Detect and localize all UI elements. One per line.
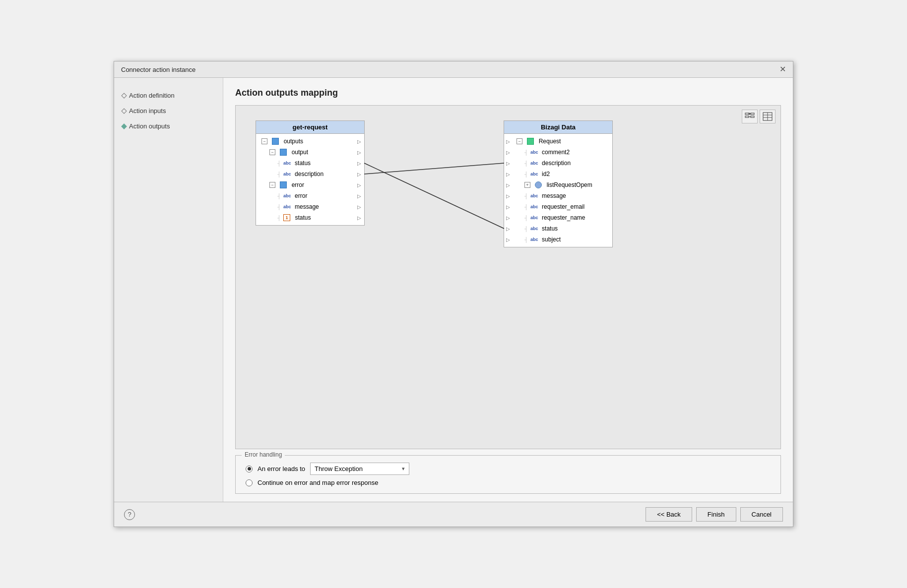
sidebar-item-label: Action definition — [129, 92, 175, 99]
table-icon — [272, 138, 279, 145]
table-row: ┤ 1 status ▷ — [256, 212, 364, 223]
row-label: status — [295, 214, 311, 221]
mapping-canvas: get-request − outputs ▷ — [236, 106, 780, 449]
expand-icon[interactable]: − — [269, 182, 275, 188]
table-row: ▷ ┤ abc subject — [504, 234, 612, 245]
sidebar: Action definition Action inputs Action o… — [114, 78, 223, 502]
toolbar-icons — [742, 110, 776, 123]
row-label: comment2 — [542, 149, 570, 156]
row-label: status — [295, 160, 311, 167]
back-button[interactable]: << Back — [646, 507, 692, 522]
table-row: − output ▷ — [256, 147, 364, 158]
abc-icon: abc — [283, 204, 293, 209]
arrow-icon: ▷ — [357, 215, 361, 221]
left-arrow-icon: ▷ — [506, 172, 510, 177]
arrow-icon: ▷ — [357, 150, 361, 155]
error-handling-legend: Error handling — [242, 451, 285, 458]
dialog-title: Connector action instance — [121, 66, 195, 73]
radio-option1[interactable] — [246, 466, 253, 472]
table-row: ▷ ┤ abc description — [504, 158, 612, 169]
abc-icon: abc — [283, 172, 293, 176]
left-arrow-icon: ▷ — [506, 182, 510, 188]
dropdown-arrow-icon: ▾ — [402, 466, 405, 472]
table-row: − outputs ▷ — [256, 136, 364, 147]
abc-icon: abc — [530, 193, 540, 198]
table-row: ▷ ┤ abc status — [504, 223, 612, 234]
arrow-icon: ▷ — [357, 182, 361, 188]
table-row: ▷ − Request — [504, 136, 612, 147]
abc-icon: abc — [530, 172, 540, 176]
abc-icon: abc — [530, 226, 540, 231]
left-arrow-icon: ▷ — [506, 150, 510, 155]
right-table-rows: ▷ − Request ▷ ┤ — [504, 134, 612, 247]
abc-icon: abc — [530, 237, 540, 242]
expand-icon[interactable]: − — [517, 138, 522, 144]
left-arrow-icon: ▷ — [506, 161, 510, 166]
toolbar-table-icon[interactable] — [760, 110, 776, 123]
row-label: description — [542, 160, 571, 167]
table-icon — [280, 181, 287, 188]
row-label: outputs — [284, 138, 303, 145]
row-label: listRequestOpem — [547, 181, 592, 188]
table-icon — [280, 149, 287, 156]
close-button[interactable]: ✕ — [779, 65, 786, 73]
table-row: ▷ ┤ abc comment2 — [504, 147, 612, 158]
sidebar-item-label: Action inputs — [129, 107, 166, 115]
expand-icon[interactable]: − — [269, 149, 275, 155]
diamond-active-icon — [121, 123, 127, 129]
row-label: description — [295, 171, 324, 177]
help-button[interactable]: ? — [124, 509, 135, 520]
expand-icon[interactable]: − — [261, 138, 267, 144]
left-table-header: get-request — [256, 121, 364, 134]
arrow-icon: ▷ — [357, 172, 361, 177]
abc-icon: abc — [283, 161, 293, 166]
svg-rect-0 — [745, 113, 749, 115]
sidebar-item-action-definition[interactable]: Action definition — [114, 88, 223, 103]
row-label: id2 — [542, 171, 550, 177]
cancel-button[interactable]: Cancel — [740, 507, 783, 522]
table-row: ┤ abc message ▷ — [256, 201, 364, 212]
abc-icon: abc — [530, 215, 540, 220]
row-label: Request — [539, 138, 561, 145]
sidebar-item-label: Action outputs — [129, 122, 170, 130]
abc-icon: abc — [530, 150, 540, 155]
abc-icon: abc — [283, 193, 293, 198]
left-arrow-icon: ▷ — [506, 139, 510, 144]
error-option1-row: An error leads to Throw Exception ▾ — [246, 463, 771, 475]
right-table: Bizagi Data ▷ − Request — [504, 120, 613, 247]
toolbar-mapping-icon[interactable] — [742, 110, 758, 123]
left-table-rows: − outputs ▷ − ou — [256, 134, 364, 225]
throw-exception-dropdown[interactable]: Throw Exception ▾ — [310, 463, 409, 475]
svg-rect-2 — [745, 116, 749, 118]
arrow-icon: ▷ — [357, 204, 361, 210]
table-row: ┤ abc description ▷ — [256, 169, 364, 179]
row-label: message — [542, 192, 566, 199]
footer-left: ? — [124, 509, 135, 520]
radio-option2[interactable] — [246, 479, 253, 486]
mapping-tables-row: get-request − outputs ▷ — [256, 120, 761, 247]
abc-icon: abc — [530, 161, 540, 166]
row-label: subject — [542, 236, 561, 243]
sidebar-item-action-inputs[interactable]: Action inputs — [114, 103, 223, 118]
num-icon: 1 — [283, 214, 290, 221]
left-arrow-icon: ▷ — [506, 237, 510, 242]
row-label: requester_name — [542, 214, 585, 221]
expand-icon[interactable]: + — [524, 182, 530, 188]
sidebar-item-action-outputs[interactable]: Action outputs — [114, 118, 223, 134]
table-row: ▷ ┤ abc requester_name — [504, 212, 612, 223]
footer-right: << Back Finish Cancel — [646, 507, 783, 522]
left-arrow-icon: ▷ — [506, 215, 510, 221]
connector-dialog: Connector action instance ✕ Action defin… — [114, 61, 793, 527]
dropdown-value: Throw Exception — [315, 465, 363, 472]
link-icon — [535, 181, 542, 188]
finish-button[interactable]: Finish — [696, 507, 736, 522]
table-row: ▷ + listRequestOpem — [504, 179, 612, 190]
mapping-area: get-request − outputs ▷ — [235, 105, 781, 449]
main-content: Action outputs mapping — [223, 78, 793, 502]
page-title: Action outputs mapping — [235, 88, 781, 98]
right-table-header: Bizagi Data — [504, 121, 612, 134]
title-bar: Connector action instance ✕ — [114, 61, 793, 78]
diamond-icon — [121, 108, 127, 114]
dialog-footer: ? << Back Finish Cancel — [114, 502, 793, 527]
error-option2-label: Continue on error and map error response — [258, 479, 379, 486]
